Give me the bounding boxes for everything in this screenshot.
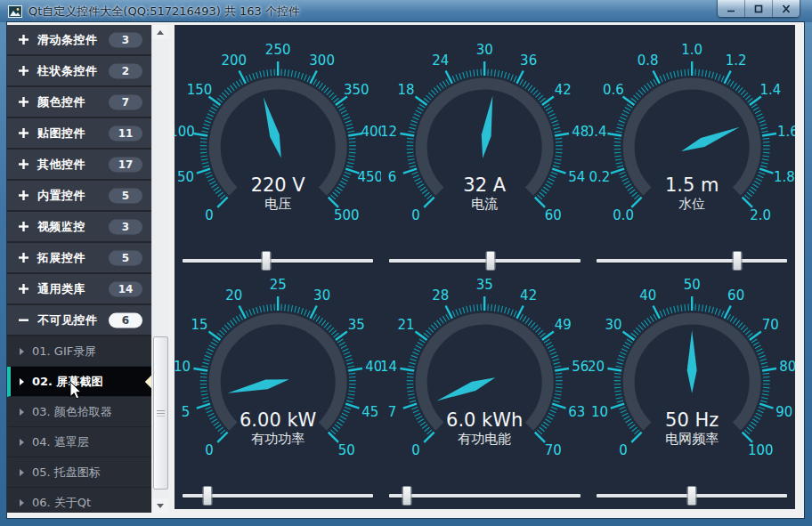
gauge-value: 6.00 kW xyxy=(240,409,317,431)
sidebar-group-extensions[interactable]: 拓展控件5 xyxy=(7,243,151,274)
count-badge: 6 xyxy=(109,312,142,328)
svg-text:0.6: 0.6 xyxy=(603,82,624,98)
slider-thumb[interactable] xyxy=(262,251,272,271)
sidebar-group-sliders[interactable]: 滑动条控件3 xyxy=(7,25,151,56)
group-label: 拓展控件 xyxy=(37,250,85,266)
slider-thumb[interactable] xyxy=(485,251,495,271)
item-label: 04. 遮罩层 xyxy=(32,434,89,450)
sidebar-group-others[interactable]: 其他控件17 xyxy=(7,150,151,181)
desktop: { "window": { "title": "Qt自定义控件大全(QQ:517… xyxy=(0,0,812,526)
gauge-needle xyxy=(478,95,498,159)
svg-text:54: 54 xyxy=(569,169,586,185)
svg-text:6: 6 xyxy=(388,169,397,185)
sidebar-group-pixmaps[interactable]: 贴图控件11 xyxy=(7,118,151,150)
slider-voltage xyxy=(175,247,381,274)
sidebar-group-bars[interactable]: 柱状条控件2 xyxy=(7,56,151,87)
slider-track[interactable] xyxy=(183,494,373,498)
svg-text:20: 20 xyxy=(589,359,605,375)
svg-text:36: 36 xyxy=(520,53,537,69)
svg-text:1.0: 1.0 xyxy=(681,42,702,58)
svg-text:42: 42 xyxy=(520,287,537,303)
sidebar-scrollbar[interactable] xyxy=(151,25,168,513)
slider-track[interactable] xyxy=(183,259,373,263)
group-label: 通用类库 xyxy=(37,281,85,297)
gauge-label: 电压 xyxy=(264,196,291,212)
svg-text:28: 28 xyxy=(432,287,449,303)
svg-text:1.2: 1.2 xyxy=(725,53,746,69)
gauge-label: 有功电能 xyxy=(459,431,512,447)
svg-text:56: 56 xyxy=(572,359,589,375)
sidebar-item-5[interactable]: 05. 托盘图标 xyxy=(7,457,151,488)
count-badge: 5 xyxy=(109,250,142,265)
close-button[interactable] xyxy=(773,0,800,17)
plus-icon xyxy=(19,128,28,138)
gauge-needle xyxy=(679,123,742,156)
plus-icon xyxy=(19,190,28,200)
gauge-value: 6.0 kWh xyxy=(446,409,523,431)
svg-text:49: 49 xyxy=(555,317,572,333)
svg-text:90: 90 xyxy=(775,404,792,420)
plus-icon xyxy=(19,284,28,294)
triangle-icon xyxy=(20,499,24,506)
gauge-current: 0612182430364248546032 A电流 xyxy=(381,25,588,247)
svg-text:200: 200 xyxy=(221,53,247,69)
svg-text:10: 10 xyxy=(175,359,191,375)
item-label: 03. 颜色拾取器 xyxy=(32,404,112,420)
svg-text:20: 20 xyxy=(225,287,242,303)
plus-icon xyxy=(19,253,28,263)
count-badge: 2 xyxy=(109,63,142,78)
svg-text:250: 250 xyxy=(265,42,291,58)
svg-text:500: 500 xyxy=(334,207,360,223)
sidebar-group-video[interactable]: 视频监控3 xyxy=(7,212,151,243)
sidebar-group-invisible[interactable]: 不可见控件6 xyxy=(7,305,151,336)
scrollbar-thumb[interactable] xyxy=(153,336,168,490)
svg-text:30: 30 xyxy=(476,42,493,58)
gauge-value: 50 Hz xyxy=(665,409,719,431)
svg-text:40: 40 xyxy=(365,359,381,375)
app-icon xyxy=(8,4,22,19)
gauge-value: 32 A xyxy=(464,174,507,196)
svg-text:150: 150 xyxy=(187,82,213,98)
svg-text:100: 100 xyxy=(175,124,195,140)
svg-text:10: 10 xyxy=(591,404,608,420)
maximize-button[interactable] xyxy=(745,0,773,17)
slider-track[interactable] xyxy=(597,494,787,498)
svg-text:5: 5 xyxy=(182,404,191,420)
slider-track[interactable] xyxy=(389,259,580,263)
sidebar-item-2[interactable]: 02. 屏幕截图 xyxy=(7,367,151,397)
slider-thumb[interactable] xyxy=(402,486,411,506)
triangle-icon xyxy=(20,348,24,355)
slider-track[interactable] xyxy=(389,494,580,498)
svg-text:24: 24 xyxy=(432,53,449,69)
gauge-value: 1.5 m xyxy=(665,174,719,196)
minimize-button[interactable] xyxy=(718,0,745,17)
svg-text:0: 0 xyxy=(619,442,628,458)
svg-text:350: 350 xyxy=(344,82,369,98)
svg-text:50: 50 xyxy=(177,169,194,185)
scroll-up-button[interactable] xyxy=(152,25,168,39)
sidebar-group-colors[interactable]: 颜色控件7 xyxy=(7,87,151,118)
titlebar[interactable]: Qt自定义控件大全(QQ:517216493) 共 163 个控件 xyxy=(0,0,812,22)
group-label: 颜色控件 xyxy=(37,94,85,110)
count-badge: 7 xyxy=(109,94,142,109)
sidebar-item-4[interactable]: 04. 遮罩层 xyxy=(7,427,151,457)
maximize-icon xyxy=(753,4,764,13)
selected-marker-icon xyxy=(145,375,151,389)
svg-text:60: 60 xyxy=(727,287,744,303)
scroll-down-button[interactable] xyxy=(152,498,168,513)
svg-text:2.0: 2.0 xyxy=(750,207,771,223)
slider-thumb[interactable] xyxy=(202,486,212,506)
svg-text:0: 0 xyxy=(205,207,214,223)
item-label: 05. 托盘图标 xyxy=(32,465,101,481)
sidebar-group-common-lib[interactable]: 通用类库14 xyxy=(7,274,151,305)
sidebar-item-6[interactable]: 06. 关于Qt xyxy=(7,488,151,513)
sidebar-item-3[interactable]: 03. 颜色拾取器 xyxy=(7,397,151,427)
slider-thumb[interactable] xyxy=(733,251,743,271)
window-controls xyxy=(717,0,800,18)
slider-track[interactable] xyxy=(597,259,787,263)
arrow-down-icon xyxy=(157,504,164,508)
sidebar-item-1[interactable]: 01. GIF录屏 xyxy=(7,336,151,367)
plus-icon xyxy=(19,159,28,169)
sidebar-group-builtins[interactable]: 内置控件5 xyxy=(7,181,151,212)
slider-thumb[interactable] xyxy=(686,486,696,506)
